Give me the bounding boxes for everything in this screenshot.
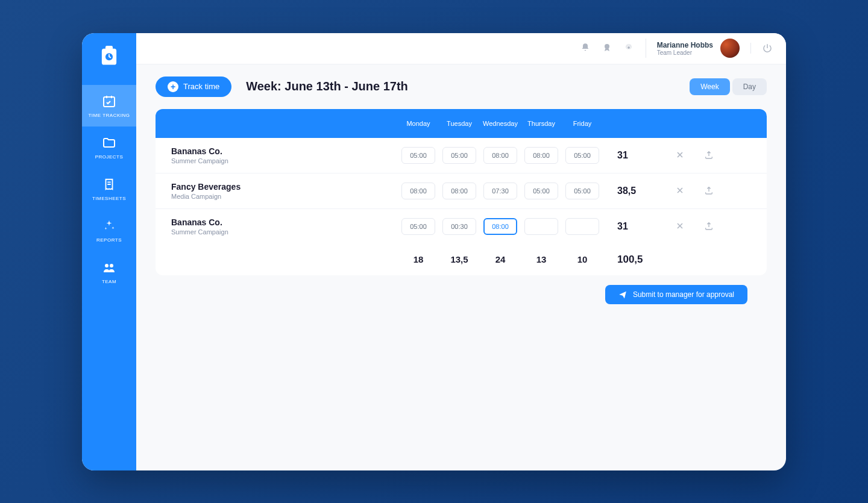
plus-circle-icon: + [168,81,178,92]
user-name: Marianne Hobbs [657,41,713,49]
project-sub: Summer Campaign [171,228,398,236]
timesheet-table: MondayTuesdayWednesdayThursdayFriday Ban… [156,109,767,275]
nav-label: PROJECTS [95,154,124,160]
content: + Track time Week: June 13th - June 17th… [136,64,786,470]
submit-row: Submit to manager for approval [156,285,767,304]
app-window: TIME TRACKING PROJECTS TIMESHEETS REPORT… [82,33,786,470]
day-header: Tuesday [439,120,480,127]
day-header: Thursday [521,120,562,127]
table-row: Bananas Co.Summer Campaign31 [156,138,767,173]
svg-point-7 [627,46,630,49]
nav-projects[interactable]: PROJECTS [82,127,136,168]
day-header: Wednesday [480,120,521,127]
folder-icon [101,135,117,151]
time-input[interactable] [483,147,517,164]
time-input[interactable] [401,218,435,235]
table-row: Fancy BeveragesMedia Campaign38,5 [156,173,767,209]
content-head: + Track time Week: June 13th - June 17th… [156,77,767,97]
user-role: Team Leader [657,49,713,56]
project-name: Bananas Co. [171,217,398,227]
project-sub: Summer Campaign [171,157,398,164]
time-input[interactable] [483,183,517,199]
time-input[interactable] [401,183,435,199]
nav-time-tracking[interactable]: TIME TRACKING [82,85,136,127]
gear-icon[interactable] [624,43,635,54]
track-time-button[interactable]: + Track time [156,77,231,97]
bell-icon[interactable] [580,43,591,54]
table-header: MondayTuesdayWednesdayThursdayFriday [156,109,767,138]
receipt-icon [101,177,117,192]
paper-plane-icon [618,290,627,299]
calendar-check-icon [101,93,117,109]
project-name: Fancy Beverages [171,182,398,192]
week-toggle[interactable]: Week [690,78,729,95]
svg-point-4 [105,264,108,267]
nav-team[interactable]: TEAM [82,251,136,293]
close-icon[interactable] [675,221,686,232]
day-total: 18 [398,254,439,264]
team-icon [101,260,117,275]
day-header: Friday [562,120,603,127]
svg-point-6 [605,44,609,49]
page-title: Week: June 13th - June 17th [246,80,408,93]
time-input[interactable] [524,218,558,235]
time-input[interactable] [401,147,435,164]
row-total: 31 [603,221,645,232]
day-header: Monday [398,120,439,127]
sidebar: TIME TRACKING PROJECTS TIMESHEETS REPORT… [82,33,136,470]
upload-icon[interactable] [704,186,715,196]
app-logo-icon [98,44,120,68]
time-input[interactable] [524,183,558,199]
close-icon[interactable] [675,186,686,196]
svg-point-5 [110,264,113,267]
table-footer: 1813,5241310 100,5 [156,244,767,275]
svg-rect-1 [105,46,113,50]
avatar [720,39,740,58]
day-toggle[interactable]: Day [732,78,767,95]
time-input[interactable] [524,147,558,164]
day-total: 13,5 [439,254,480,264]
nav-timesheets[interactable]: TIMESHEETS [82,168,136,210]
topbar: Marianne Hobbs Team Leader [136,33,786,64]
day-total: 10 [562,254,603,264]
day-total: 13 [521,254,562,264]
view-toggle: Week Day [690,78,767,95]
time-input[interactable] [483,218,517,235]
time-input[interactable] [565,183,599,199]
close-icon[interactable] [675,150,686,161]
submit-button[interactable]: Submit to manager for approval [605,285,747,304]
nav-label: TIMESHEETS [92,196,126,201]
table-row: Bananas Co.Summer Campaign31 [156,209,767,244]
time-input[interactable] [442,183,476,199]
nav-label: TIME TRACKING [88,113,130,118]
row-total: 38,5 [603,186,645,196]
time-input[interactable] [442,218,476,235]
time-input[interactable] [442,147,476,164]
sparkle-icon [101,218,117,234]
project-name: Bananas Co. [171,146,398,156]
user-info: Marianne Hobbs Team Leader [657,41,713,56]
grand-total: 100,5 [603,254,645,266]
row-total: 31 [603,150,645,161]
time-input[interactable] [565,147,599,164]
day-total: 24 [480,254,521,264]
time-input[interactable] [565,218,599,235]
upload-icon[interactable] [704,221,715,232]
track-time-label: Track time [183,82,219,91]
user-block[interactable]: Marianne Hobbs Team Leader [646,39,740,58]
power-icon[interactable] [750,43,773,54]
nav-label: TEAM [102,279,116,284]
upload-icon[interactable] [704,150,715,161]
main-panel: Marianne Hobbs Team Leader + Track time … [136,33,786,470]
nav-label: REPORTS [96,237,122,243]
award-icon[interactable] [602,43,613,54]
nav-reports[interactable]: REPORTS [82,210,136,251]
project-sub: Media Campaign [171,193,398,200]
submit-label: Submit to manager for approval [633,290,734,299]
